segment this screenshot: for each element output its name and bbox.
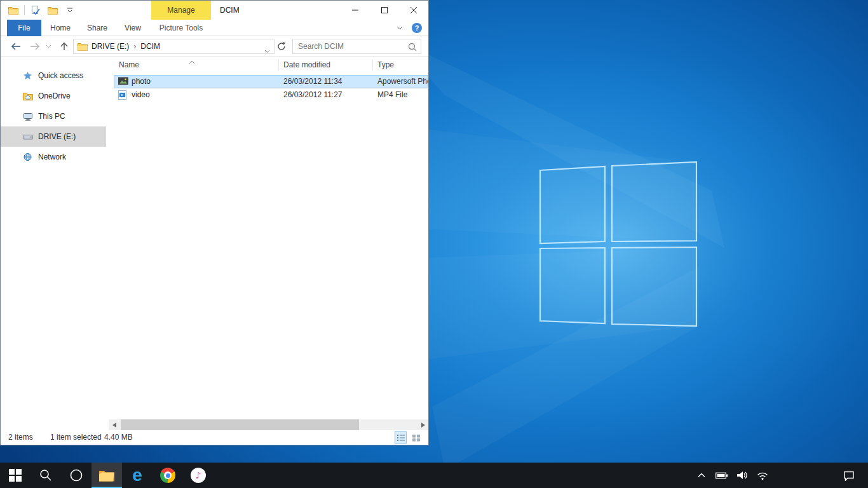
onedrive-icon xyxy=(22,92,33,100)
explorer-body: Quick access OneDrive This PC DRIVE (E:) xyxy=(1,57,428,430)
edge-icon: e xyxy=(132,466,142,484)
quick-access-toolbar xyxy=(7,1,76,20)
cortana-icon xyxy=(69,468,83,482)
search-icon xyxy=(39,469,52,482)
sidebar-item-label: Quick access xyxy=(38,71,83,80)
taskbar-file-explorer-button[interactable] xyxy=(92,463,122,488)
new-folder-icon[interactable] xyxy=(46,3,59,17)
navigation-bar: DRIVE (E:) › DCIM xyxy=(1,36,428,57)
tab-picture-tools[interactable]: Picture Tools xyxy=(151,20,211,36)
battery-icon[interactable] xyxy=(715,471,728,480)
taskbar-search-button[interactable] xyxy=(31,463,61,488)
scroll-left-icon[interactable] xyxy=(109,419,119,430)
tab-file[interactable]: File xyxy=(7,20,41,36)
sidebar-item-label: Network xyxy=(38,152,66,161)
column-header-date-modified[interactable]: Date modified xyxy=(283,60,330,69)
maximize-button[interactable] xyxy=(370,1,399,20)
sidebar-item-quick-access[interactable]: Quick access xyxy=(1,65,106,86)
pc-icon xyxy=(22,112,33,121)
file-type: MP4 File xyxy=(377,90,428,99)
volume-icon[interactable] xyxy=(736,470,749,480)
video-file-icon xyxy=(118,90,126,102)
chrome-button[interactable] xyxy=(153,463,183,488)
file-name: photo xyxy=(132,77,151,86)
status-bar: 2 items 1 item selected 4.40 MB xyxy=(1,430,428,445)
minimize-button[interactable] xyxy=(341,1,370,20)
breadcrumb-folder[interactable]: DCIM xyxy=(140,39,160,53)
itunes-button[interactable]: ♪ xyxy=(183,463,214,488)
navigation-pane: Quick access OneDrive This PC DRIVE (E:) xyxy=(1,57,106,430)
action-center-icon xyxy=(843,470,855,481)
customize-toolbar-icon[interactable] xyxy=(64,3,76,17)
breadcrumb-drive[interactable]: DRIVE (E:) xyxy=(92,39,129,53)
column-divider[interactable] xyxy=(372,60,373,71)
horizontal-scrollbar[interactable] xyxy=(109,419,428,430)
forward-button[interactable] xyxy=(27,39,43,54)
column-header-type[interactable]: Type xyxy=(377,60,394,69)
file-explorer-window: Manage DCIM File Home Share View Picture… xyxy=(0,0,429,445)
sidebar-item-network[interactable]: Network xyxy=(1,147,106,167)
chevron-up-icon[interactable] xyxy=(695,473,708,478)
column-divider[interactable] xyxy=(278,60,279,71)
refresh-icon[interactable] xyxy=(276,41,288,53)
edge-button[interactable]: e xyxy=(122,463,153,488)
scroll-right-icon[interactable] xyxy=(417,419,428,430)
ribbon-expand-icon[interactable] xyxy=(397,24,403,32)
selection-size: 4.40 MB xyxy=(104,433,133,442)
file-date-modified: 26/03/2012 11:34 xyxy=(283,77,342,86)
explorer-folder-icon[interactable] xyxy=(7,3,20,17)
search-input[interactable] xyxy=(293,39,421,53)
itunes-icon: ♪ xyxy=(191,468,206,483)
column-header-name[interactable]: Name xyxy=(119,60,139,69)
title-bar[interactable]: Manage DCIM xyxy=(1,1,428,20)
search-icon[interactable] xyxy=(408,43,417,54)
ribbon-tab-row: File Home Share View Picture Tools ? xyxy=(1,20,428,36)
recent-locations-icon[interactable] xyxy=(44,39,53,54)
cortana-button[interactable] xyxy=(61,463,92,488)
column-header-row: Name Date modified Type xyxy=(106,57,428,74)
sidebar-item-label: This PC xyxy=(38,112,65,121)
sidebar-item-this-pc[interactable]: This PC xyxy=(1,106,106,126)
file-rows: photo 26/03/2012 11:34 Apowersoft Pho vi… xyxy=(106,75,428,102)
selection-count: 1 item selected xyxy=(50,433,102,442)
window-title: DCIM xyxy=(220,1,240,20)
start-icon xyxy=(9,469,22,482)
network-icon xyxy=(22,152,33,161)
tab-home[interactable]: Home xyxy=(45,20,76,36)
help-icon[interactable]: ? xyxy=(412,23,422,33)
address-dropdown-icon[interactable] xyxy=(264,44,270,56)
breadcrumb-separator: › xyxy=(133,39,136,53)
up-button[interactable] xyxy=(57,39,72,54)
search-box[interactable] xyxy=(292,39,421,54)
sort-ascending-icon xyxy=(189,57,195,66)
file-row-video[interactable]: video 26/03/2012 11:27 MP4 File xyxy=(114,88,428,102)
tab-view[interactable]: View xyxy=(118,20,148,36)
address-bar[interactable]: DRIVE (E:) › DCIM xyxy=(73,39,275,54)
photo-file-icon xyxy=(118,77,128,87)
details-view-button[interactable] xyxy=(395,431,407,444)
file-name: video xyxy=(132,90,150,99)
file-row-photo[interactable]: photo 26/03/2012 11:34 Apowersoft Pho xyxy=(114,75,428,88)
sidebar-item-onedrive[interactable]: OneDrive xyxy=(1,86,106,106)
tab-share[interactable]: Share xyxy=(81,20,114,36)
back-button[interactable] xyxy=(8,39,24,54)
file-list-pane: Name Date modified Type photo 26/03/2012… xyxy=(106,57,428,430)
action-center-button[interactable] xyxy=(836,463,862,488)
close-button[interactable] xyxy=(399,1,428,20)
properties-icon[interactable] xyxy=(29,3,42,17)
breadcrumb: DRIVE (E:) › DCIM xyxy=(92,39,160,53)
start-button[interactable] xyxy=(0,463,31,488)
sidebar-item-drive-e[interactable]: DRIVE (E:) xyxy=(1,126,106,147)
toolbar-separator xyxy=(24,5,25,15)
file-type: Apowersoft Pho xyxy=(377,77,428,86)
file-explorer-icon xyxy=(98,469,115,482)
folder-icon xyxy=(78,42,88,53)
scrollbar-thumb[interactable] xyxy=(121,419,359,430)
manage-contextual-tab-header[interactable]: Manage xyxy=(151,1,211,20)
star-icon xyxy=(22,71,33,80)
sidebar-item-label: DRIVE (E:) xyxy=(38,132,76,141)
wifi-icon[interactable] xyxy=(756,470,769,480)
chrome-icon xyxy=(160,468,175,483)
large-icons-view-button[interactable] xyxy=(410,431,422,444)
file-date-modified: 26/03/2012 11:27 xyxy=(283,90,342,99)
